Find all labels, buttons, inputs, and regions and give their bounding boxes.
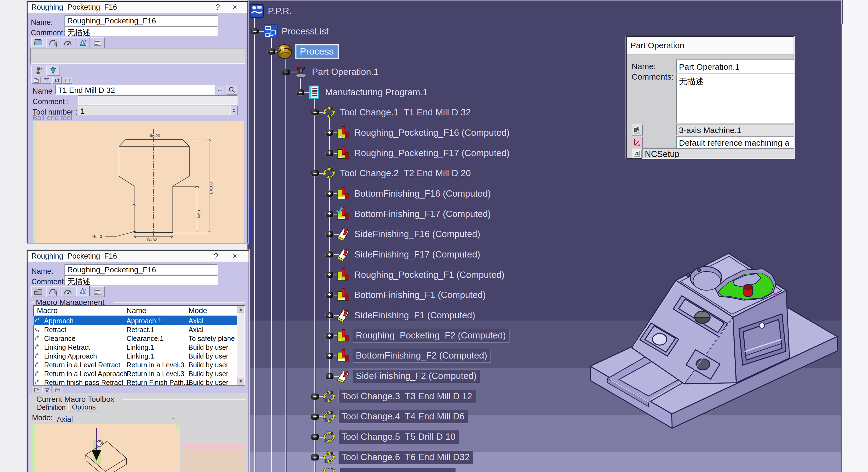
tool-name-field[interactable]: T1 End Mill D 32	[55, 85, 215, 95]
tree-node-tool-change-1[interactable]: Tool Change.1 T1 End Mill D 32	[322, 105, 471, 120]
help-button[interactable]: ?	[211, 252, 221, 261]
tree-node-tool-change-4[interactable]: Tool Change.4 T4 End Mill D6	[322, 409, 468, 424]
tree-node-label[interactable]: SideFinishing_F16 (Computed)	[354, 229, 480, 239]
tool-list-button[interactable]	[31, 77, 41, 84]
tree-node-label[interactable]: Part Operation.1	[312, 67, 379, 77]
tree-collapse-toggle[interactable]: –	[267, 48, 276, 55]
tree-node-label-selected[interactable]: Process	[296, 45, 338, 58]
tree-expand-toggle[interactable]: +	[326, 211, 334, 217]
tree-expand-toggle[interactable]: +	[311, 434, 319, 440]
tab-macro[interactable]	[76, 286, 90, 296]
tab-geometry[interactable]	[46, 37, 60, 48]
tree-node-label[interactable]: Tool Change.1 T1 End Mill D 32	[340, 107, 471, 117]
tree-expand-toggle[interactable]: +	[326, 150, 334, 157]
tab-macro[interactable]	[76, 37, 90, 48]
tree-node-label[interactable]: Manufacturing Program.1	[325, 87, 428, 98]
name-field[interactable]: Part Operation.1	[676, 60, 794, 73]
tree-expand-toggle[interactable]: +	[326, 129, 334, 136]
help-button[interactable]: ?	[212, 3, 223, 11]
tool-catalog-button[interactable]	[63, 77, 72, 84]
tree-node-bottomfinishing-f16[interactable]: BottomFinishing_F16 (Computed)	[336, 187, 491, 201]
macro-row-linking-approach[interactable]: Linking Approach Linking.1 Build by user	[34, 351, 237, 360]
tree-branch-line-toolchange1[interactable]	[329, 119, 330, 154]
tree-expand-toggle[interactable]: +	[326, 272, 334, 278]
tree-collapse-toggle[interactable]: –	[311, 109, 319, 116]
tree-node-label[interactable]: ProcessList	[282, 26, 329, 37]
tree-node-part-operation[interactable]: Part Operation.1	[294, 65, 379, 79]
tree-node-ppr[interactable]: P.P.R.	[250, 4, 292, 18]
macro-row-linking-retract[interactable]: Linking Retract Linking.1 Build by user	[34, 343, 237, 351]
tree-node-label[interactable]: BottomFinishing_F16 (Computed)	[354, 188, 491, 199]
tab-misc[interactable]	[91, 286, 105, 297]
tree-expand-toggle[interactable]: +	[326, 292, 334, 298]
tree-node-sidefinishing-f16[interactable]: SideFinishing_F16 (Computed)	[336, 227, 480, 241]
tree-collapse-toggle[interactable]: –	[251, 28, 259, 35]
tree-node-roughing-pocketing-f17[interactable]: Roughing_Pocketing_F17 (Computed)	[336, 146, 509, 160]
tree-node-tool-change-2[interactable]: Tool Change.2 T2 End Mill D 20	[322, 166, 471, 180]
macro-row-return-finish-pass[interactable]: Return finish pass Retract Return Finish…	[34, 378, 237, 386]
tab-feeds-speeds[interactable]	[61, 37, 75, 48]
tree-node-bottomfinishing-f17[interactable]: BottomFinishing_F17 (Computed)	[336, 207, 491, 221]
tree-expand-toggle[interactable]: +	[326, 373, 334, 379]
product-field[interactable]: NCSetup	[642, 148, 794, 159]
tree-node-label[interactable]: P.P.R.	[268, 6, 292, 16]
tab-strategy[interactable]	[31, 286, 45, 297]
mode-dropdown-chevron-icon[interactable]: ⌄	[171, 414, 176, 421]
tool-filter-button[interactable]	[42, 77, 51, 84]
col-name[interactable]: Name	[126, 306, 146, 315]
tree-node-bottomfinishing-f1[interactable]: BottomFinishing_F1 (Computed)	[336, 288, 486, 302]
tree-node-label[interactable]: BottomFinishing_F1 (Computed)	[354, 290, 486, 300]
name-field[interactable]: Roughing_Pocketing_F16	[64, 15, 218, 26]
axis-system-button[interactable]	[631, 137, 643, 148]
tree-node-bottomfinishing-f2[interactable]: BottomFinishing_F2 (Computed)	[336, 349, 491, 363]
tab-strategy[interactable]	[31, 37, 45, 47]
tree-node-tool-change-6[interactable]: Tool Change.6 T6 End Mill D32	[322, 450, 473, 465]
tree-node-sidefinishing-f17[interactable]: SideFinishing_F17 (Computed)	[336, 247, 480, 262]
machine-button[interactable]	[631, 125, 643, 135]
macro-row-return-level-retract[interactable]: Return in a Level Retract Return in a Le…	[34, 360, 237, 369]
comment-field[interactable]: 无描述	[64, 27, 218, 36]
tool-assembly-tab[interactable]	[31, 66, 45, 76]
reference-machining-axis-field[interactable]: Default reference machining a	[676, 136, 794, 149]
tree-node-roughing-pocketing-f16[interactable]: Roughing_Pocketing_F16 (Computed)	[336, 126, 509, 140]
tab-feeds-speeds[interactable]	[61, 286, 75, 297]
tree-node-label[interactable]: Roughing_Pocketing_F2 (Computed)	[353, 329, 509, 343]
macro-row-approach[interactable]: Approach Approach.1 Axial	[34, 316, 237, 325]
tree-node-processlist[interactable]: ProcessList	[264, 24, 329, 39]
scroll-down-icon[interactable]: ▼	[238, 378, 244, 385]
tree-expand-toggle[interactable]: +	[326, 190, 334, 197]
machined-part-3d-view[interactable]	[579, 242, 843, 432]
tree-node-roughing-pocketing-f2[interactable]: Roughing_Pocketing_F2 (Computed)	[336, 329, 509, 343]
close-button[interactable]: ×	[229, 252, 240, 261]
tab-misc[interactable]	[91, 37, 105, 48]
dialog-titlebar[interactable]: Part Operation	[627, 37, 794, 55]
tree-node-label[interactable]: SideFinishing_F2 (Computed)	[353, 369, 480, 383]
tree-node-label[interactable]: Tool Change.2 T2 End Mill D 20	[340, 168, 471, 178]
tree-node-label[interactable]: BottomFinishing_F17 (Computed)	[354, 209, 491, 219]
tree-branch-line-processlist[interactable]	[271, 37, 272, 472]
tool-sort-button[interactable]	[52, 77, 62, 84]
tree-branch-line-process[interactable]	[285, 57, 286, 472]
definition-tab[interactable]: Definition	[34, 403, 69, 412]
tree-node-sidefinishing-f1[interactable]: SideFinishing_F1 (Computed)	[336, 308, 475, 323]
macro-row-clearance[interactable]: Clearance Clearance.1 To safety plane	[34, 334, 237, 343]
dialog-titlebar[interactable]: Roughing_Pocketing_F16 ? ×	[28, 250, 249, 262]
close-button[interactable]: ×	[229, 3, 240, 11]
tree-expand-toggle[interactable]: +	[326, 251, 334, 258]
tree-node-label[interactable]: Tool Change.6 T6 End Mill D32	[338, 450, 473, 464]
tree-node-label[interactable]: Roughing_Pocketing_F17 (Computed)	[354, 148, 509, 158]
scroll-up-icon[interactable]: ▲	[238, 306, 244, 313]
tree-node-tool-change-5[interactable]: Tool Change.5 T5 Drill D 10	[322, 430, 459, 444]
macro-row-return-level-approach[interactable]: Return in a Level Approach Return in a L…	[34, 369, 237, 378]
tree-expand-toggle[interactable]: +	[326, 231, 334, 237]
dialog-titlebar[interactable]: Roughing_Pocketing_F16 ? ×	[28, 2, 247, 13]
tree-node-roughing-pocketing-f1[interactable]: Roughing_Pocketing_F1 (Computed)	[336, 268, 504, 282]
tool-search-button[interactable]	[226, 85, 237, 95]
tree-expand-toggle[interactable]: +	[311, 454, 319, 461]
comment-field[interactable]: 无描述	[64, 275, 218, 285]
col-macro[interactable]: Macro	[37, 306, 58, 315]
name-field[interactable]: Roughing_Pocketing_F16	[64, 264, 218, 275]
tree-collapse-toggle[interactable]: –	[311, 170, 319, 176]
tree-node-label[interactable]: Roughing_Pocketing_F16 (Computed)	[354, 128, 509, 138]
col-mode[interactable]: Mode	[188, 306, 207, 315]
